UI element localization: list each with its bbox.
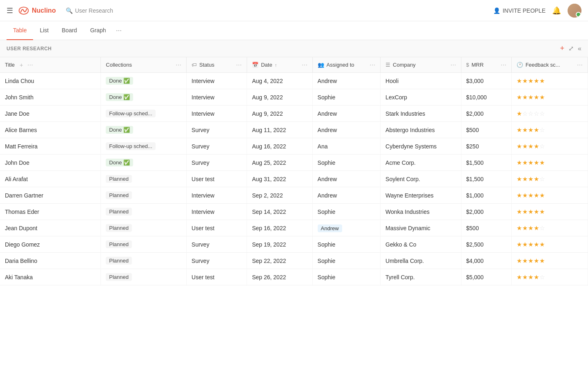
cell-company: Stark Industries bbox=[381, 105, 461, 122]
col-header-mrr: $ MRR ⋯ bbox=[461, 57, 511, 73]
feedback-col-menu-icon[interactable]: ⋯ bbox=[577, 62, 583, 68]
cell-date: Sep 19, 2022 bbox=[247, 236, 312, 253]
cell-assigned: Sophie bbox=[312, 269, 381, 285]
avatar[interactable] bbox=[568, 4, 581, 18]
search-bar[interactable]: 🔍 User Research bbox=[66, 7, 113, 14]
collections-badge: Planned bbox=[106, 208, 132, 215]
collections-col-menu-icon[interactable]: ⋯ bbox=[176, 62, 181, 68]
cell-feedback: ★★★★☆ bbox=[511, 171, 588, 187]
expand-icon[interactable]: ⤢ bbox=[568, 45, 574, 52]
collections-badge: Planned bbox=[106, 191, 132, 199]
cell-company: Soylent Corp. bbox=[381, 171, 461, 187]
cell-title[interactable]: Alice Barnes bbox=[0, 122, 101, 138]
col-header-company: ☰ Company ⋯ bbox=[381, 57, 461, 73]
topbar: ☰ Nuclino 🔍 User Research 👤 INVITE PEOPL… bbox=[0, 0, 588, 21]
cell-title[interactable]: John Smith bbox=[0, 89, 101, 105]
cell-collections: Planned bbox=[101, 236, 187, 253]
assigned-value: Sophie bbox=[318, 274, 336, 280]
search-icon: 🔍 bbox=[66, 7, 73, 14]
notification-bell-icon[interactable]: 🔔 bbox=[552, 6, 561, 15]
cell-mrr: $1,500 bbox=[461, 155, 511, 171]
add-button[interactable]: + bbox=[560, 44, 565, 53]
cell-title[interactable]: Ali Arafat bbox=[0, 171, 101, 187]
cell-feedback: ★★★★☆ bbox=[511, 138, 588, 155]
assigned-icon: 👥 bbox=[318, 62, 324, 68]
collapse-icon[interactable]: « bbox=[578, 45, 581, 52]
date-column-label: Date bbox=[261, 62, 272, 68]
cell-title[interactable]: Jane Doe bbox=[0, 105, 101, 122]
cell-date: Sep 22, 2022 bbox=[247, 253, 312, 269]
feedback-stars: ★★★★★ bbox=[517, 208, 545, 215]
cell-title[interactable]: Diego Gomez bbox=[0, 236, 101, 253]
assigned-value: Andrew bbox=[318, 78, 337, 84]
tab-table[interactable]: Table bbox=[7, 21, 33, 40]
table-row: John Smith Done ✅ Interview Aug 9, 2022 … bbox=[0, 89, 588, 105]
cell-mrr: $3,000 bbox=[461, 73, 511, 89]
assigned-value: Andrew bbox=[318, 224, 342, 232]
cell-status: Survey bbox=[187, 122, 247, 138]
cell-date: Aug 11, 2022 bbox=[247, 122, 312, 138]
mrr-col-menu-icon[interactable]: ⋯ bbox=[501, 62, 506, 68]
cell-assigned: Andrew bbox=[312, 171, 381, 187]
cell-title[interactable]: Darren Gartner bbox=[0, 187, 101, 204]
cell-feedback: ★★★★★ bbox=[511, 155, 588, 171]
assigned-value: Andrew bbox=[318, 110, 337, 117]
title-add-icon[interactable]: + bbox=[20, 61, 23, 68]
feedback-stars: ★★★★★ bbox=[517, 192, 545, 199]
cell-feedback: ★★★★★ bbox=[511, 187, 588, 204]
cell-status: Interview bbox=[187, 89, 247, 105]
collections-badge: Planned bbox=[106, 257, 132, 265]
cell-title[interactable]: John Doe bbox=[0, 155, 101, 171]
tab-board[interactable]: Board bbox=[55, 21, 83, 40]
cell-assigned: Sophie bbox=[312, 155, 381, 171]
table-row: John Doe Done ✅ Survey Aug 25, 2022 Soph… bbox=[0, 155, 588, 171]
logo[interactable]: Nuclino bbox=[18, 5, 56, 16]
tab-graph[interactable]: Graph bbox=[84, 21, 113, 40]
collections-badge: Follow-up sched... bbox=[106, 110, 156, 117]
date-col-menu-icon[interactable]: ⋯ bbox=[302, 62, 307, 68]
person-plus-icon: 👤 bbox=[493, 7, 500, 14]
sort-asc-icon[interactable]: ↑ bbox=[275, 63, 277, 67]
cell-company: Wonka Industries bbox=[381, 204, 461, 220]
cell-title[interactable]: Jean Dupont bbox=[0, 220, 101, 236]
company-icon: ☰ bbox=[385, 62, 390, 68]
invite-button[interactable]: 👤 INVITE PEOPLE bbox=[493, 7, 546, 14]
status-column-label: Status bbox=[199, 62, 214, 68]
assigned-col-menu-icon[interactable]: ⋯ bbox=[370, 62, 375, 68]
cell-mrr: $250 bbox=[461, 138, 511, 155]
cell-mrr: $1,000 bbox=[461, 187, 511, 204]
topbar-right: 👤 INVITE PEOPLE 🔔 bbox=[493, 4, 581, 18]
collections-badge: Done ✅ bbox=[106, 126, 133, 134]
title-col-menu-icon[interactable]: ⋯ bbox=[27, 62, 33, 68]
table-header-row: Title + ⋯ Collections ⋯ 🏷 Status ⋯ bbox=[0, 57, 588, 73]
cell-title[interactable]: Matt Ferreira bbox=[0, 138, 101, 155]
table-row: Ali Arafat Planned User test Aug 31, 202… bbox=[0, 171, 588, 187]
cell-title[interactable]: Daria Bellino bbox=[0, 253, 101, 269]
cell-date: Sep 14, 2022 bbox=[247, 204, 312, 220]
cell-collections: Planned bbox=[101, 253, 187, 269]
feedback-stars: ★☆☆☆☆ bbox=[517, 110, 545, 117]
tab-more-menu[interactable]: ⋯ bbox=[113, 22, 125, 40]
cell-status: Survey bbox=[187, 253, 247, 269]
cell-company: Gekko & Co bbox=[381, 236, 461, 253]
search-text: User Research bbox=[75, 7, 113, 14]
cell-title[interactable]: Thomas Eder bbox=[0, 204, 101, 220]
assigned-value: Ana bbox=[318, 143, 328, 150]
collections-badge: Done ✅ bbox=[106, 93, 133, 101]
table-row: Alice Barnes Done ✅ Survey Aug 11, 2022 … bbox=[0, 122, 588, 138]
assigned-value: Sophie bbox=[318, 209, 336, 215]
tab-list[interactable]: List bbox=[33, 21, 55, 40]
cell-date: Aug 9, 2022 bbox=[247, 89, 312, 105]
status-col-menu-icon[interactable]: ⋯ bbox=[236, 62, 242, 68]
cell-title[interactable]: Linda Chou bbox=[0, 73, 101, 89]
cell-company: Cyberdyne Systems bbox=[381, 138, 461, 155]
cell-feedback: ★★★★★ bbox=[511, 73, 588, 89]
hamburger-menu[interactable]: ☰ bbox=[7, 6, 13, 15]
logo-text: Nuclino bbox=[32, 7, 56, 14]
cell-mrr: $500 bbox=[461, 122, 511, 138]
company-col-menu-icon[interactable]: ⋯ bbox=[450, 62, 456, 68]
cell-company: Umbrella Corp. bbox=[381, 253, 461, 269]
table-row: Linda Chou Done ✅ Interview Aug 4, 2022 … bbox=[0, 73, 588, 89]
cell-company: LexCorp bbox=[381, 89, 461, 105]
cell-title[interactable]: Aki Tanaka bbox=[0, 269, 101, 285]
